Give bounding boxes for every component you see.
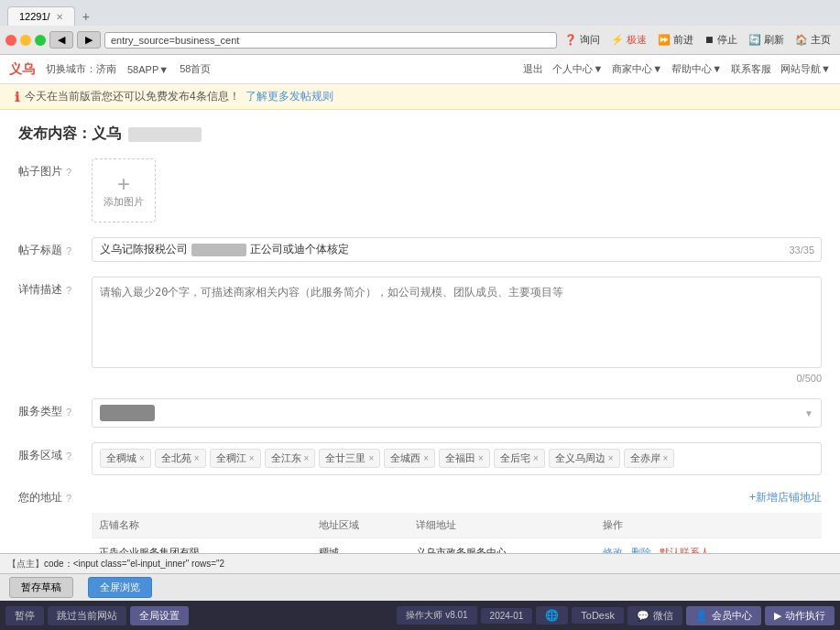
forward-action[interactable]: ⏩ 前进	[654, 31, 697, 49]
taskbar-item-todesk[interactable]: ToDesk	[572, 607, 624, 624]
service-type-row: 服务类型 ? ▼	[18, 398, 822, 428]
service-type-content: ▼	[92, 398, 822, 428]
add-address-btn[interactable]: +新增店铺地址	[749, 490, 822, 505]
service-area-row: 服务区域 ? 全稠城 × 全北苑 × 全稠江 ×	[18, 442, 822, 475]
tag-remove-quanchoujiang[interactable]: ×	[249, 453, 255, 463]
home-link[interactable]: 58首页	[180, 62, 211, 76]
taskbar-item-wechat[interactable]: 💬 微信	[627, 606, 682, 625]
post-title-row: 帖子标题 ? 义乌记陈报税公司 正公司或迪个体核定 33/35	[18, 237, 822, 262]
title-prefix-text: 义乌记陈报税公司	[100, 242, 188, 257]
taskbar-item-skip[interactable]: 跳过当前网站	[48, 606, 126, 625]
taskbar-item-action[interactable]: ▶ 动作执行	[765, 606, 835, 625]
post-title-label: 帖子标题 ?	[18, 237, 92, 258]
status-tip-label: 【点主】	[7, 558, 44, 570]
action-label: 动作执行	[785, 609, 825, 623]
tag-remove-quanershisan[interactable]: ×	[368, 453, 374, 463]
tag-quanchengxi: 全城西 ×	[384, 449, 435, 468]
city-switch-link[interactable]: 切换城市：济南	[46, 62, 116, 76]
home-action[interactable]: 🏠 主页	[791, 31, 835, 49]
image-label: 帖子图片 ?	[18, 158, 92, 179]
taskbar-item-settings[interactable]: 全局设置	[130, 606, 189, 625]
service-area-label: 服务区域 ?	[18, 442, 92, 463]
tab-close-icon[interactable]: ✕	[56, 12, 63, 22]
title-suffix-text: 正公司或迪个体核定	[250, 242, 349, 257]
back-button[interactable]: ◀	[49, 31, 73, 49]
nav-actions: ❓ 询问 ⚡ 极速 ⏩ 前进 ⏹ 停止 🔄 刷新 🏠 主页	[561, 31, 835, 49]
tag-quanjiangdong: 全江东 ×	[265, 449, 316, 468]
tag-remove-quanchian[interactable]: ×	[663, 453, 669, 463]
notice-icon: ℹ	[15, 90, 19, 104]
service-type-help-icon[interactable]: ?	[66, 407, 71, 418]
tag-quanchian: 全赤岸 ×	[624, 449, 675, 468]
full-screen-button[interactable]: 全屏浏览	[88, 577, 152, 598]
status-tip-code: code：<input class="el-input_inner" rows=…	[44, 558, 224, 570]
site-header-right: 退出 个人中心▼ 商家中心▼ 帮助中心▼ 联系客服 网站导航▼	[523, 62, 831, 76]
site-nav-link[interactable]: 网站导航▼	[780, 62, 831, 76]
title-input-wrapper: 义乌记陈报税公司 正公司或迪个体核定 33/35	[92, 237, 822, 262]
app-link[interactable]: 58APP▼	[127, 64, 169, 75]
table-header-detail: 详细地址	[409, 513, 595, 538]
description-textarea[interactable]	[92, 277, 822, 368]
table-header-action: 操作	[595, 513, 822, 538]
logout-link[interactable]: 退出	[523, 62, 543, 76]
tag-remove-quanbeiwen[interactable]: ×	[194, 453, 200, 463]
tags-container: 全稠城 × 全北苑 × 全稠江 × 全江东 ×	[92, 442, 822, 475]
title-count: 33/35	[789, 244, 814, 255]
stop-action[interactable]: ⏹ 停止	[701, 31, 741, 49]
site-header: 义乌 切换城市：济南 58APP▼ 58首页 退出 个人中心▼ 商家中心▼ 帮助…	[0, 55, 840, 84]
image-help-icon[interactable]: ?	[66, 167, 71, 178]
service-area-content: 全稠城 × 全北苑 × 全稠江 × 全江东 ×	[92, 442, 822, 475]
tag-remove-quanhouzhai[interactable]: ×	[533, 453, 539, 463]
taskbar-item-robot: 操作大师 v8.01	[397, 606, 476, 625]
address-bar[interactable]	[104, 32, 557, 49]
tag-remove-quanfutian[interactable]: ×	[478, 453, 484, 463]
taskbar-item-date: 2024-01	[481, 608, 533, 624]
ask-action[interactable]: ❓ 询问	[561, 31, 604, 49]
chrome-icon: 🌐	[545, 609, 559, 622]
notice-bar: ℹ 今天在当前版雷您还可以免费发布4条信息！ 了解更多发帖规则	[0, 84, 840, 110]
service-type-select[interactable]: ▼	[92, 398, 822, 428]
settings-label: 全局设置	[139, 609, 180, 623]
image-upload-box[interactable]: + 添加图片	[92, 158, 156, 223]
notice-link[interactable]: 了解更多发帖规则	[245, 89, 333, 104]
new-tab-icon[interactable]: +	[75, 7, 97, 26]
service-area-help-icon[interactable]: ?	[66, 451, 71, 462]
save-draft-button[interactable]: 暂存草稿	[9, 577, 73, 598]
post-title-help-icon[interactable]: ?	[66, 245, 71, 256]
address-help-icon[interactable]: ?	[66, 493, 71, 504]
personal-center-link[interactable]: 个人中心▼	[552, 62, 603, 76]
tag-remove-quancheng[interactable]: ×	[139, 453, 145, 463]
post-title-content: 义乌记陈报税公司 正公司或迪个体核定 33/35	[92, 237, 822, 262]
description-help-icon[interactable]: ?	[66, 285, 71, 296]
help-center-link[interactable]: 帮助中心▼	[671, 62, 722, 76]
tag-remove-quanchengxi[interactable]: ×	[423, 453, 429, 463]
publish-title-text: 发布内容：义乌	[18, 125, 121, 144]
forward-button[interactable]: ▶	[77, 31, 101, 49]
refresh-action[interactable]: 🔄 刷新	[745, 31, 788, 49]
btn-min[interactable]	[20, 35, 31, 46]
image-upload-row: 帖子图片 ? + 添加图片	[18, 158, 822, 223]
main-content: 发布内容：义乌 帖子图片 ? + 添加图片 帖子标题 ? 义乌记陈报税公司 正	[0, 110, 840, 571]
service-type-value	[100, 405, 155, 421]
address-header: +新增店铺地址	[92, 490, 822, 505]
merchant-center-link[interactable]: 商家中心▼	[612, 62, 662, 76]
tag-quanfutian: 全福田 ×	[439, 449, 490, 468]
wechat-icon: 💬	[637, 610, 649, 622]
fast-action[interactable]: ⚡ 极速	[607, 31, 650, 49]
tag-remove-quanyiwu[interactable]: ×	[608, 453, 614, 463]
btn-close[interactable]	[5, 35, 16, 46]
browser-tab[interactable]: 12291/ ✕	[7, 6, 75, 26]
taskbar-item-chrome[interactable]: 🌐	[536, 606, 568, 625]
customer-service-link[interactable]: 联系客服	[731, 62, 771, 76]
status-bar: 【点主】 code：<input class="el-input_inner" …	[0, 553, 840, 573]
taskbar-item-member[interactable]: 👤 会员中心	[686, 606, 761, 625]
tag-quanyiwu: 全义乌周边 ×	[549, 449, 620, 468]
description-row: 详情描述 ? 0/500	[18, 277, 822, 384]
tag-remove-quanjiangdong[interactable]: ×	[304, 453, 310, 463]
service-type-blurred	[100, 405, 155, 421]
chevron-down-icon: ▼	[804, 408, 813, 418]
skip-label: 跳过当前网站	[57, 609, 117, 623]
btn-max[interactable]	[35, 35, 46, 46]
taskbar-item-pause[interactable]: 暂停	[5, 606, 44, 625]
browser-controls	[5, 35, 46, 46]
